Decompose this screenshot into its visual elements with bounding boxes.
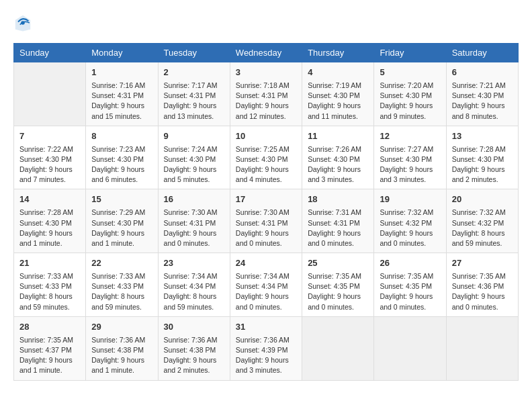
day-info: and 2 minutes. (164, 365, 224, 375)
day-info: Sunrise: 7:24 AM (164, 144, 224, 154)
calendar-cell: 3Sunrise: 7:18 AMSunset: 4:31 PMDaylight… (230, 62, 302, 126)
week-row-5: 28Sunrise: 7:35 AMSunset: 4:37 PMDayligh… (14, 316, 519, 380)
day-info: Sunset: 4:30 PM (91, 154, 152, 165)
logo-icon (13, 13, 32, 32)
day-info: Daylight: 9 hours (308, 291, 368, 302)
day-info: Sunset: 4:31 PM (164, 218, 224, 228)
calendar-cell: 27Sunrise: 7:35 AMSunset: 4:36 PMDayligh… (446, 253, 518, 317)
day-number: 10 (236, 130, 296, 143)
calendar-cell: 21Sunrise: 7:33 AMSunset: 4:33 PMDayligh… (14, 253, 86, 317)
header-sunday: Sunday (14, 44, 86, 62)
day-info: Daylight: 9 hours (164, 355, 224, 365)
day-info: and 59 minutes. (164, 302, 224, 312)
calendar-cell (302, 316, 374, 380)
day-info: Sunrise: 7:35 AM (308, 271, 368, 281)
calendar-cell: 1Sunrise: 7:16 AMSunset: 4:31 PMDaylight… (86, 62, 158, 126)
day-info: Sunset: 4:31 PM (236, 218, 296, 228)
logo (13, 13, 35, 32)
day-info: and 3 minutes. (308, 175, 368, 185)
calendar-cell: 16Sunrise: 7:30 AMSunset: 4:31 PMDayligh… (158, 189, 230, 253)
day-info: Sunset: 4:31 PM (236, 91, 296, 101)
day-number: 22 (91, 257, 152, 270)
calendar-cell: 26Sunrise: 7:35 AMSunset: 4:35 PMDayligh… (374, 253, 446, 317)
day-info: Daylight: 9 hours (236, 228, 296, 238)
day-number: 12 (380, 130, 440, 143)
day-info: Sunset: 4:32 PM (380, 218, 440, 228)
day-info: and 4 minutes. (236, 175, 296, 185)
day-info: and 11 minutes. (308, 111, 368, 122)
day-info: Daylight: 8 hours (19, 291, 80, 302)
day-number: 11 (308, 130, 368, 143)
day-info: Sunrise: 7:30 AM (164, 208, 224, 218)
day-number: 7 (19, 130, 80, 143)
calendar-cell: 22Sunrise: 7:33 AMSunset: 4:33 PMDayligh… (86, 253, 158, 317)
day-info: Daylight: 9 hours (380, 165, 440, 175)
day-info: Sunrise: 7:25 AM (236, 144, 296, 154)
page-header (13, 13, 519, 32)
day-info: Sunrise: 7:17 AM (164, 81, 224, 91)
day-info: Sunset: 4:34 PM (164, 281, 224, 291)
day-info: and 0 minutes. (308, 302, 368, 312)
calendar-cell: 28Sunrise: 7:35 AMSunset: 4:37 PMDayligh… (14, 316, 86, 380)
day-info: and 13 minutes. (164, 111, 224, 122)
day-number: 15 (91, 193, 152, 206)
day-number: 6 (452, 66, 513, 79)
day-number: 26 (380, 257, 440, 270)
day-info: Sunset: 4:30 PM (452, 91, 513, 101)
day-info: Sunrise: 7:21 AM (452, 81, 513, 91)
day-info: and 12 minutes. (236, 111, 296, 122)
day-number: 9 (164, 130, 224, 143)
day-info: Daylight: 9 hours (19, 355, 80, 365)
day-info: Sunrise: 7:36 AM (236, 335, 296, 345)
day-info: Sunset: 4:30 PM (236, 154, 296, 165)
day-info: Daylight: 9 hours (236, 291, 296, 302)
day-info: Daylight: 9 hours (308, 228, 368, 238)
day-info: Sunset: 4:30 PM (164, 154, 224, 165)
day-info: and 1 minute. (91, 365, 152, 375)
day-number: 19 (380, 193, 440, 206)
day-number: 29 (91, 321, 152, 334)
day-info: Daylight: 9 hours (19, 165, 80, 175)
day-info: Sunset: 4:31 PM (91, 91, 152, 101)
calendar-cell: 14Sunrise: 7:28 AMSunset: 4:30 PMDayligh… (14, 189, 86, 253)
day-info: Daylight: 9 hours (236, 101, 296, 111)
week-row-1: 1Sunrise: 7:16 AMSunset: 4:31 PMDaylight… (14, 62, 519, 126)
header-monday: Monday (86, 44, 158, 62)
day-number: 16 (164, 193, 224, 206)
day-info: and 0 minutes. (452, 302, 513, 312)
calendar-cell: 29Sunrise: 7:36 AMSunset: 4:38 PMDayligh… (86, 316, 158, 380)
day-info: Daylight: 9 hours (452, 101, 513, 111)
calendar-cell: 24Sunrise: 7:34 AMSunset: 4:34 PMDayligh… (230, 253, 302, 317)
header-friday: Friday (374, 44, 446, 62)
day-number: 24 (236, 257, 296, 270)
day-info: Sunrise: 7:32 AM (380, 208, 440, 218)
day-number: 4 (308, 66, 368, 79)
day-info: Sunrise: 7:29 AM (91, 208, 152, 218)
day-info: Sunrise: 7:27 AM (380, 144, 440, 154)
day-info: Sunrise: 7:35 AM (19, 335, 80, 345)
day-number: 23 (164, 257, 224, 270)
header-thursday: Thursday (302, 44, 374, 62)
day-info: Daylight: 9 hours (380, 291, 440, 302)
week-row-4: 21Sunrise: 7:33 AMSunset: 4:33 PMDayligh… (14, 253, 519, 317)
calendar-cell: 18Sunrise: 7:31 AMSunset: 4:31 PMDayligh… (302, 189, 374, 253)
calendar-cell: 12Sunrise: 7:27 AMSunset: 4:30 PMDayligh… (374, 126, 446, 189)
day-number: 28 (19, 321, 80, 334)
day-info: and 59 minutes. (91, 302, 152, 312)
calendar-cell (374, 316, 446, 380)
calendar-cell: 15Sunrise: 7:29 AMSunset: 4:30 PMDayligh… (86, 189, 158, 253)
day-info: Sunset: 4:37 PM (19, 345, 80, 355)
day-number: 18 (308, 193, 368, 206)
day-info: Sunrise: 7:35 AM (380, 271, 440, 281)
day-info: Sunset: 4:34 PM (236, 281, 296, 291)
calendar-table: SundayMondayTuesdayWednesdayThursdayFrid… (13, 43, 519, 381)
day-info: and 1 minute. (91, 238, 152, 248)
day-info: Sunset: 4:30 PM (380, 91, 440, 101)
day-info: Daylight: 9 hours (91, 228, 152, 238)
day-info: Sunset: 4:30 PM (91, 218, 152, 228)
day-info: Sunset: 4:38 PM (164, 345, 224, 355)
calendar-cell: 31Sunrise: 7:36 AMSunset: 4:39 PMDayligh… (230, 316, 302, 380)
day-info: Sunset: 4:33 PM (19, 281, 80, 291)
day-number: 8 (91, 130, 152, 143)
calendar-cell: 20Sunrise: 7:32 AMSunset: 4:32 PMDayligh… (446, 189, 518, 253)
